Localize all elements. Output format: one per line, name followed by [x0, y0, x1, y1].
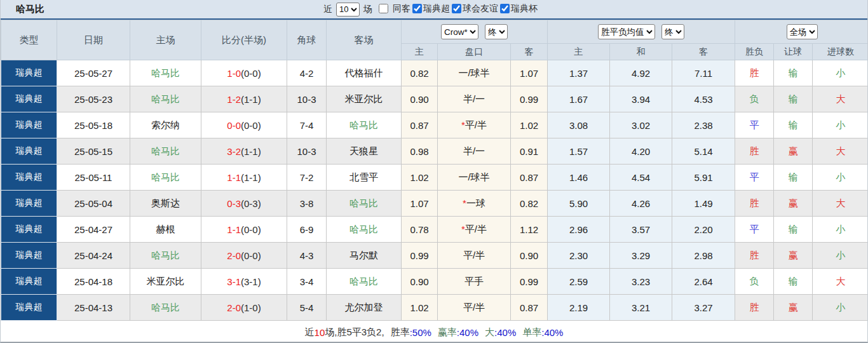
- filter-checkbox[interactable]: [500, 4, 510, 13]
- result-cell: 胜: [735, 138, 774, 165]
- mean-draw-cell: 3.23: [610, 269, 672, 295]
- mean-draw-cell: 3.94: [610, 86, 672, 112]
- score-cell: 0-3(0-3): [201, 191, 287, 217]
- odds-company-select[interactable]: Crow*: [441, 24, 478, 39]
- away-team-cell: 马尔默: [327, 243, 402, 269]
- date-cell: 25-04-18: [57, 269, 130, 295]
- mean-home-cell: 3.08: [548, 112, 610, 138]
- home-team-cell: 哈马比: [130, 243, 201, 269]
- mean-draw-cell: 3.57: [610, 217, 672, 243]
- match-table: 类型 日期 主场 比分(半场) 角球 客场 Crow* 终 胜平负均值: [1, 20, 868, 321]
- home-team-cell: 哈马比: [130, 138, 201, 165]
- recent-count-select[interactable]: 10: [336, 3, 360, 17]
- footer-segment: 单率: [522, 326, 541, 339]
- result-cell: 胜: [735, 295, 774, 321]
- date-cell: 25-04-27: [57, 217, 130, 243]
- away-team-cell: 天狼星: [327, 138, 402, 165]
- handicap-result-cell: 输: [774, 60, 813, 86]
- subcol-handicap: 盘口: [438, 44, 511, 60]
- mean-home-cell: 2.59: [548, 269, 610, 295]
- score-cell: 3-1(3-1): [201, 269, 287, 295]
- odds-away-cell: 0.87: [511, 165, 548, 191]
- handicap-result-cell: 输: [774, 112, 813, 138]
- odds-home-cell: 0.99: [402, 243, 438, 269]
- filter-checkbox-item: 瑞典超: [412, 3, 450, 15]
- corners-cell: 10-3: [287, 138, 327, 165]
- handicap-cell: 平/半: [438, 243, 511, 269]
- mean-home-cell: 5.90: [548, 191, 610, 217]
- handicap-result-cell: 赢: [774, 138, 813, 165]
- home-team-cell: 赫根: [130, 217, 201, 243]
- result-cell: 平: [735, 112, 774, 138]
- col-header-type: 类型: [1, 20, 57, 60]
- home-team-cell: 哈马比: [130, 295, 201, 321]
- corners-cell: 7-4: [287, 112, 327, 138]
- odds-away-cell: 0.90: [511, 243, 548, 269]
- handicap-cell: 平/半: [438, 295, 511, 321]
- footer-segment: 赢率: [438, 326, 457, 339]
- league-cell: 瑞典超: [1, 295, 57, 321]
- mean-draw-cell: 4.20: [610, 138, 672, 165]
- subcol-goals: 进球数: [813, 44, 868, 60]
- summary-footer: 近10场,胜5平3负2,胜率:50%赢率:40%大:40%单率:40%: [1, 321, 867, 343]
- filter-checkbox-item: 同客: [379, 3, 410, 15]
- mean-away-cell: 5.14: [672, 138, 735, 165]
- league-filter-checkboxes: 同客瑞典超球会友谊瑞典杯: [372, 3, 538, 16]
- corners-cell: 6-9: [287, 217, 327, 243]
- date-cell: 25-05-18: [57, 112, 130, 138]
- mean-home-cell: 2.19: [548, 295, 610, 321]
- period-select[interactable]: 全场: [787, 24, 818, 39]
- goals-cell: 大: [813, 138, 868, 165]
- handicap-cell: 一/球半: [438, 60, 511, 86]
- table-row: 瑞典超25-05-11哈马比1-1(1-1)7-2北雪平1.02一/球半0.87…: [1, 165, 868, 191]
- filter-checkbox[interactable]: [452, 4, 461, 13]
- corners-cell: 10-3: [287, 86, 327, 112]
- footer-segment: 近: [305, 326, 315, 339]
- away-team-cell: 哈马比: [327, 191, 402, 217]
- odds-home-cell: 1.02: [402, 295, 438, 321]
- odds-home-cell: 0.78: [402, 217, 438, 243]
- away-team-cell: 代格福什: [327, 60, 402, 86]
- subcol-handicap-result: 让球: [774, 44, 813, 60]
- goals-cell: 小: [813, 60, 868, 86]
- mean-time-select[interactable]: 终: [661, 24, 684, 39]
- footer-segment: 10: [315, 327, 325, 338]
- date-cell: 25-04-24: [57, 243, 130, 269]
- date-cell: 25-05-15: [57, 138, 130, 165]
- goals-cell: 小: [813, 112, 868, 138]
- filter-controls: 近 10 场 同客瑞典超球会友谊瑞典杯: [323, 3, 538, 17]
- handicap-result-cell: 赢: [774, 191, 813, 217]
- league-cell: 瑞典超: [1, 60, 57, 86]
- footer-segment: :40%: [457, 327, 478, 338]
- subcol-odds-away: 客: [511, 44, 548, 60]
- odds-home-cell: 0.90: [402, 269, 438, 295]
- odds-home-cell: 0.82: [402, 60, 438, 86]
- home-team-cell: 索尔纳: [130, 112, 201, 138]
- table-row: 瑞典超25-04-18米亚尔比3-1(3-1)3-4哈马比0.90平手0.992…: [1, 269, 868, 295]
- handicap-cell: *平/半: [438, 217, 511, 243]
- footer-segment: :40%: [541, 327, 563, 338]
- table-row: 瑞典超25-05-15哈马比3-2(1-1)10-3天狼星0.98半/一0.91…: [1, 138, 868, 165]
- odds-away-cell: 0.99: [511, 269, 548, 295]
- col-header-date: 日期: [57, 20, 130, 60]
- result-cell: 平: [735, 165, 774, 191]
- odds-time-select[interactable]: 终: [485, 24, 508, 39]
- mean-home-cell: 2.30: [548, 243, 610, 269]
- handicap-cell: 一/球半: [438, 165, 511, 191]
- score-cell: 1-2(1-1): [201, 86, 287, 112]
- score-cell: 1-1(1-1): [201, 165, 287, 191]
- mean-type-select[interactable]: 胜平负均值: [598, 24, 655, 39]
- goals-cell: 小: [813, 165, 868, 191]
- recent-label: 近: [323, 4, 332, 15]
- subcol-odds-home: 主: [402, 44, 438, 60]
- league-cell: 瑞典超: [1, 138, 57, 165]
- result-cell: 胜: [735, 60, 774, 86]
- filter-checkbox[interactable]: [412, 4, 422, 13]
- date-cell: 25-05-11: [57, 165, 130, 191]
- home-team-cell: 哈马比: [130, 86, 201, 112]
- topbar: 哈马比 近 10 场 同客瑞典超球会友谊瑞典杯: [1, 0, 867, 20]
- mean-home-cell: 1.57: [548, 138, 610, 165]
- table-row: 瑞典超25-04-13哈马比2-0(1-0)5-4尤尔加登1.02平/半0.87…: [1, 295, 868, 321]
- filter-checkbox[interactable]: [379, 4, 388, 13]
- corners-cell: 5-4: [287, 295, 327, 321]
